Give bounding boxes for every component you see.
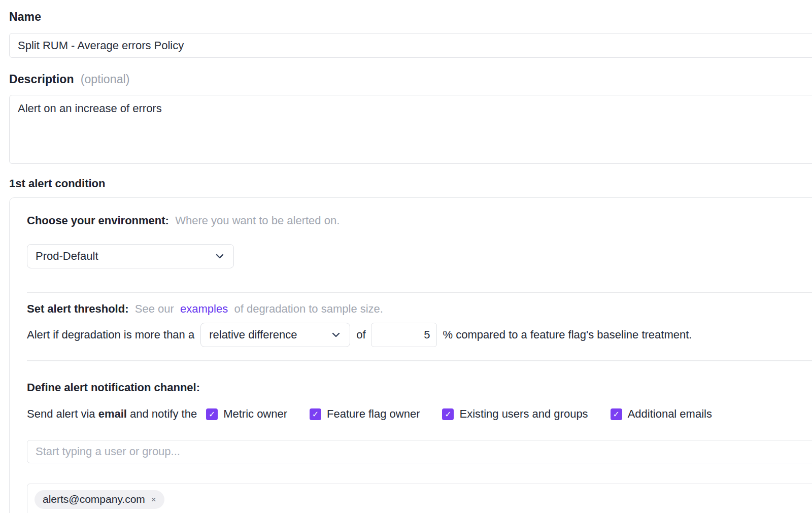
description-label: Description (optional) [9,73,812,86]
alert-policy-form: Name Description (optional) Alert on an … [0,0,812,513]
threshold-label: Set alert threshold: [27,302,128,315]
chevron-down-icon [330,329,342,340]
additional-emails-box[interactable]: alerts@company.com × Enter user emails [27,484,812,513]
user-group-search-input[interactable] [27,440,812,463]
email-chip: alerts@company.com × [35,490,164,509]
comparison-selected-value: relative difference [209,328,297,341]
condition-box: Choose your environment: Where you want … [9,197,812,513]
additional-emails-checkbox[interactable]: ✓ [611,408,622,420]
section-divider [27,360,812,361]
email-word: email [98,407,127,420]
description-textarea[interactable]: Alert on an increase of errors [9,95,812,164]
threshold-row: Set alert threshold: See our examples of… [27,302,812,316]
section-divider [27,292,812,293]
threshold-value-input[interactable] [371,323,437,347]
metric-owner-checkbox[interactable]: ✓ [206,408,218,420]
additional-emails-label: Additional emails [628,407,712,421]
environment-select[interactable]: Prod-Default [27,244,234,268]
email-chip-text: alerts@company.com [43,493,145,505]
notify-sentence: Send alert via email and notify the [27,407,197,421]
condition-heading: 1st alert condition [9,177,812,190]
checkbox-group-metric-owner: ✓ Metric owner [206,407,287,421]
environment-label: Choose your environment: [27,214,169,227]
description-optional-text: (optional) [77,73,129,86]
threshold-sentence-start: Alert if degradation is more than a [27,328,194,341]
threshold-hint-before: See our [132,302,177,315]
comparison-select[interactable]: relative difference [200,323,350,347]
notification-label: Define alert notification channel: [27,381,812,394]
environment-hint: Where you want to be alerted on. [172,214,340,227]
name-label: Name [9,10,812,24]
existing-users-label: Existing users and groups [459,407,588,421]
feature-flag-owner-checkbox[interactable]: ✓ [310,408,321,420]
threshold-sentence-row: Alert if degradation is more than a rela… [27,323,812,347]
threshold-sentence-end: % compared to a feature flag's baseline … [443,328,692,341]
notification-row: Send alert via email and notify the ✓ Me… [27,407,812,421]
threshold-hint-after: of degradation to sample size. [231,302,383,315]
checkbox-group-feature-flag-owner: ✓ Feature flag owner [310,407,420,421]
checkbox-group-additional-emails: ✓ Additional emails [611,407,712,421]
checkbox-group-existing-users: ✓ Existing users and groups [442,407,588,421]
name-input[interactable] [9,33,812,58]
environment-row: Choose your environment: Where you want … [27,214,812,227]
environment-selected-value: Prod-Default [36,250,98,263]
examples-link[interactable]: examples [180,302,228,315]
chevron-down-icon [214,251,225,262]
metric-owner-label: Metric owner [223,407,287,421]
description-label-text: Description [9,73,74,86]
remove-email-icon[interactable]: × [151,495,156,504]
existing-users-checkbox[interactable]: ✓ [442,408,454,420]
threshold-of-word: of [356,328,365,341]
feature-flag-owner-label: Feature flag owner [327,407,420,421]
